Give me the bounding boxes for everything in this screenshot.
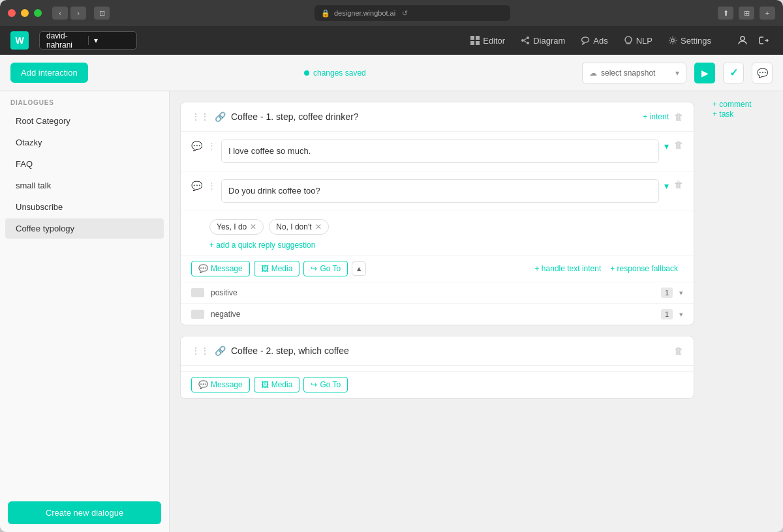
response-fallback-button[interactable]: + response fallback: [610, 264, 678, 273]
delete-message1-button[interactable]: 🗑: [674, 140, 683, 150]
message-tab-icon-2: 💬: [198, 380, 208, 389]
sidebar-item-small-talk[interactable]: small talk: [5, 175, 164, 196]
sidebar-item-unsubscribe[interactable]: Unsubscribe: [5, 197, 164, 217]
share-btn[interactable]: ⬆: [718, 7, 733, 20]
sidebar-item-otazky[interactable]: Otazky: [5, 132, 164, 153]
intent-count-positive: 1: [661, 288, 673, 298]
forward-btn[interactable]: ›: [70, 7, 86, 20]
logout-icon: [758, 35, 769, 46]
changes-saved-text: changes saved: [313, 68, 366, 78]
sidebar-item-coffee-typology[interactable]: Coffee typology: [5, 218, 164, 239]
logout-icon-btn[interactable]: [754, 31, 773, 50]
sidebar-item-faq[interactable]: FAQ: [5, 154, 164, 174]
add-quick-reply-button[interactable]: + add a quick reply suggestion: [209, 241, 315, 250]
right-panel: + comment + task: [705, 91, 783, 532]
add-comment-button[interactable]: + comment: [713, 100, 752, 109]
add-interaction-button[interactable]: Add interaction: [10, 63, 88, 83]
remove-quick-reply-2[interactable]: ✕: [315, 222, 322, 231]
nav-nlp[interactable]: NLP: [617, 33, 659, 48]
message-tab-button[interactable]: 💬 Message: [191, 261, 250, 276]
close-window-btn[interactable]: [8, 9, 16, 17]
media-tab-button[interactable]: 🖼 Media: [254, 261, 300, 276]
intent-positive-chevron[interactable]: ▾: [679, 289, 683, 297]
message-input-1[interactable]: [221, 140, 659, 163]
delete-message2-button[interactable]: 🗑: [674, 179, 683, 190]
back-btn[interactable]: ‹: [52, 7, 68, 20]
card1-title: Coffee - 1. step, coffee drinker?: [231, 111, 637, 122]
create-dialogue-section: Create new dialogue: [8, 501, 161, 524]
card1-header: ⋮⋮ 🔗 Coffee - 1. step, coffee drinker? +…: [181, 102, 694, 132]
goto-tab-button-2[interactable]: ↪ Go To: [303, 377, 348, 392]
interaction-card-2: ⋮⋮ 🔗 Coffee - 2. step, which coffee 🗑 💬 …: [180, 336, 694, 399]
split-view-btn[interactable]: ⊡: [94, 7, 110, 20]
sidebar: DIALOGUES Root Category Otazky FAQ small…: [0, 91, 170, 532]
main-area: DIALOGUES Root Category Otazky FAQ small…: [0, 91, 783, 532]
bubble-icon: [581, 36, 590, 45]
play-button[interactable]: ▶: [694, 63, 715, 83]
card2-header: ⋮⋮ 🔗 Coffee - 2. step, which coffee 🗑: [181, 336, 694, 366]
snapshot-selector[interactable]: ☁ select snapshot ▾: [582, 63, 686, 83]
dialogues-label: DIALOGUES: [0, 91, 169, 110]
tabs-btn[interactable]: ⊞: [739, 7, 754, 20]
comment-button[interactable]: 💬: [752, 63, 773, 83]
reload-icon[interactable]: ↺: [402, 9, 408, 18]
delete-card2-button[interactable]: 🗑: [674, 346, 683, 356]
collapse-action-bar-button[interactable]: ▲: [352, 261, 366, 276]
message-tab-button-2[interactable]: 💬 Message: [191, 377, 250, 392]
chevron-down-icon: ▾: [675, 68, 679, 78]
cloud-icon: ☁: [589, 68, 597, 78]
handle-text-intent-button[interactable]: + handle text intent: [535, 264, 602, 273]
create-new-dialogue-button[interactable]: Create new dialogue: [8, 501, 161, 524]
link-icon-2: 🔗: [215, 346, 226, 356]
message1-expand-btn[interactable]: ▾: [664, 141, 669, 151]
check-button[interactable]: ✓: [723, 63, 744, 83]
goto-tab-icon: ↪: [311, 264, 317, 273]
minimize-window-btn[interactable]: [21, 9, 29, 17]
message-input-2[interactable]: [221, 179, 659, 203]
goto-tab-label: Go To: [320, 264, 341, 273]
header-user-icons: [733, 31, 773, 50]
quick-reply-label-2: No, I don't: [276, 222, 311, 231]
nav-editor[interactable]: Editor: [464, 33, 512, 48]
message-tab-label: Message: [211, 264, 243, 273]
drag-handle-icon-2[interactable]: ⋮⋮: [191, 346, 209, 356]
remove-quick-reply-1[interactable]: ✕: [250, 222, 256, 231]
workspace-name: david-nahrani: [46, 31, 83, 50]
quick-reply-chip-2: No, I don't ✕: [269, 219, 328, 235]
goto-tab-icon-2: ↪: [311, 380, 317, 389]
maximize-window-btn[interactable]: [34, 9, 42, 17]
user-icon-btn[interactable]: [733, 31, 752, 50]
delete-card1-button[interactable]: 🗑: [674, 111, 683, 122]
msg-drag-handle-2[interactable]: ⋮: [207, 181, 216, 190]
message-tab-label-2: Message: [211, 380, 243, 389]
editor-label: Editor: [483, 36, 505, 46]
address-bar[interactable]: 🔒 designer.wingbot.ai ↺: [315, 5, 510, 21]
media-tab-icon-2: 🖼: [261, 380, 269, 389]
nav-ads[interactable]: Ads: [574, 33, 614, 48]
message2-expand-btn[interactable]: ▾: [664, 181, 669, 191]
intent-negative-chevron[interactable]: ▾: [679, 310, 683, 319]
nav-settings[interactable]: Settings: [662, 33, 718, 48]
goto-tab-label-2: Go To: [320, 380, 341, 389]
msg-drag-handle-1[interactable]: ⋮: [207, 141, 216, 151]
media-tab-button-2[interactable]: 🖼 Media: [254, 377, 300, 392]
sidebar-item-root-category[interactable]: Root Category: [5, 111, 164, 131]
add-intent-button[interactable]: + intent: [643, 112, 669, 121]
grid-icon: [470, 36, 480, 45]
new-tab-btn[interactable]: +: [760, 7, 775, 20]
intent-icon-negative: [191, 310, 204, 319]
intent-row-positive: positive 1 ▾: [181, 282, 694, 304]
diagram-label: Diagram: [533, 36, 565, 46]
workspace-selector[interactable]: david-nahrani ▾: [39, 31, 137, 50]
nav-diagram[interactable]: Diagram: [514, 33, 572, 48]
goto-tab-button[interactable]: ↪ Go To: [303, 261, 348, 276]
snapshot-label: select snapshot: [601, 68, 655, 78]
drag-handle-icon[interactable]: ⋮⋮: [191, 111, 209, 122]
intent-label-positive: positive: [211, 288, 654, 297]
media-tab-icon: 🖼: [261, 264, 269, 273]
add-task-button[interactable]: + task: [713, 110, 733, 119]
url-text: designer.wingbot.ai: [334, 9, 395, 17]
quick-replies-section: Yes, I do ✕ No, I don't ✕ + add a quick …: [181, 211, 694, 256]
svg-line-8: [524, 41, 527, 43]
svg-point-5: [527, 37, 529, 39]
